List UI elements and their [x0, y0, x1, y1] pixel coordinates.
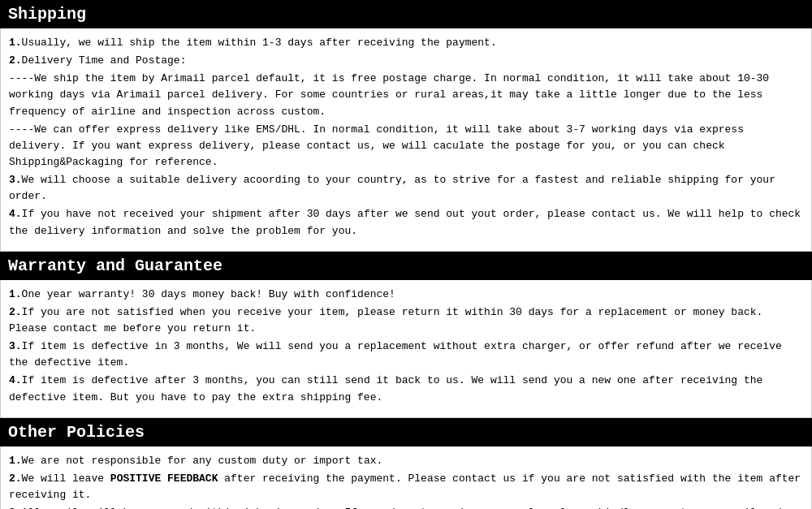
- shipping-body: 1.Usually, we will ship the item within …: [0, 28, 812, 252]
- other-num-1: 1.: [9, 455, 22, 467]
- other-header: Other Policies: [0, 418, 812, 446]
- other-item-1: 1.We are not responsible for any custom …: [9, 453, 803, 469]
- warranty-title: Warranty and Guarantee: [8, 257, 222, 275]
- warranty-num-4: 4.: [9, 374, 22, 386]
- other-item-3: 3.All emails will be answered within 1 b…: [9, 505, 803, 509]
- warranty-body: 1.One year warranty! 30 days money back!…: [0, 280, 812, 418]
- shipping-num-4: 4.: [9, 208, 22, 220]
- warranty-num-2: 2.: [9, 306, 22, 318]
- warranty-item-1: 1.One year warranty! 30 days money back!…: [9, 287, 803, 303]
- warranty-num-3: 3.: [9, 340, 22, 352]
- other-body: 1.We are not responsible for any custom …: [0, 446, 812, 509]
- shipping-num-1: 1.: [9, 37, 22, 49]
- warranty-item-2: 2.If you are not satisfied when you rece…: [9, 304, 803, 337]
- warranty-section: Warranty and Guarantee 1.One year warran…: [0, 252, 812, 418]
- shipping-item-2: 2.Delivery Time and Postage:: [9, 53, 803, 69]
- shipping-item-2a: ----We ship the item by Arimail parcel d…: [9, 71, 803, 119]
- other-title: Other Policies: [8, 423, 145, 442]
- other-item-2: 2.We will leave POSITIVE FEEDBACK after …: [9, 471, 803, 503]
- warranty-item-4: 4.If item is defective after 3 months, y…: [9, 373, 803, 405]
- shipping-section: Shipping 1.Usually, we will ship the ite…: [0, 0, 812, 252]
- shipping-item-2b: ----We can offer express delivery like E…: [9, 122, 803, 170]
- shipping-num-2: 2.: [9, 54, 22, 67]
- shipping-title: Shipping: [8, 5, 86, 24]
- shipping-item-4: 4.If you have not received your shipment…: [9, 206, 803, 239]
- other-section: Other Policies 1.We are not responsible …: [0, 418, 812, 509]
- warranty-num-1: 1.: [9, 288, 22, 300]
- warranty-header: Warranty and Guarantee: [0, 252, 812, 280]
- shipping-item-1: 1.Usually, we will ship the item within …: [9, 35, 803, 51]
- positive-feedback-text: POSITIVE FEEDBACK: [110, 472, 218, 485]
- other-num-2: 2.: [9, 472, 22, 485]
- shipping-header: Shipping: [0, 0, 812, 28]
- shipping-num-3: 3.: [9, 174, 22, 186]
- warranty-item-3: 3.If item is defective in 3 months, We w…: [9, 339, 803, 371]
- shipping-item-3: 3.We will choose a suitable delivery aco…: [9, 172, 803, 205]
